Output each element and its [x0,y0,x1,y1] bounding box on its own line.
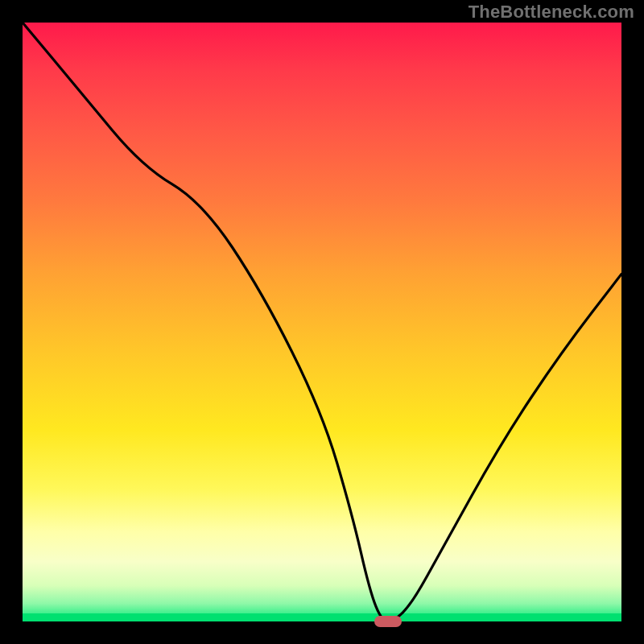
optimum-marker [374,616,402,627]
curve-path [23,23,621,621]
bottleneck-curve [23,23,621,621]
chart-frame: TheBottleneck.com [0,0,644,644]
watermark-text: TheBottleneck.com [469,2,634,23]
plot-area [23,23,621,621]
